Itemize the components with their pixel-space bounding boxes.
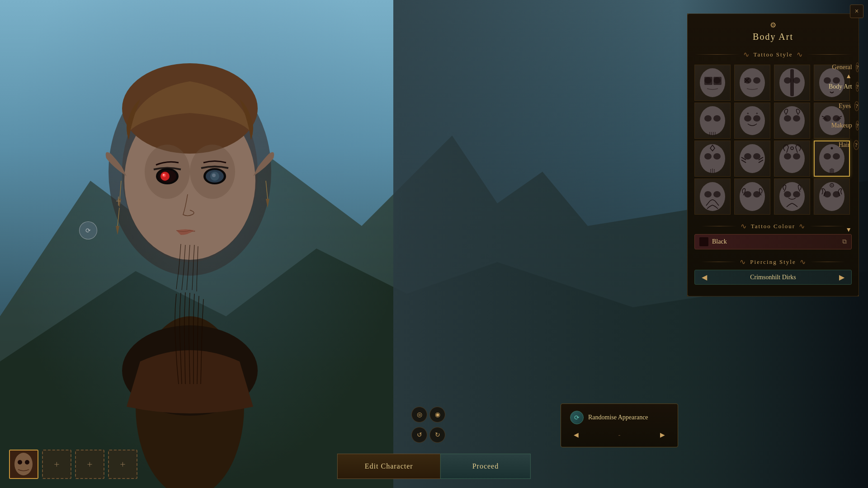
panel-title: Body Art (692, 32, 854, 42)
tattoo-option-7[interactable] (774, 103, 810, 139)
tattoo-colour-section: ∿ Tattoo Colour ∿ Black ⧉ (688, 216, 859, 252)
nav-item-makeup[interactable]: Makeup ? (834, 117, 866, 134)
piercing-selector: ◀ Crimsonhilt Dirks ▶ (694, 270, 852, 285)
general-icon: ? (856, 62, 859, 72)
svg-marker-22 (118, 199, 121, 208)
tattoo-colour-header: ∿ Tattoo Colour ∿ (694, 218, 852, 234)
tattoo-option-2[interactable] (734, 65, 770, 101)
piercing-style-section: ∿ Piercing Style ∿ ◀ Crimsonhilt Dirks ▶ (688, 252, 859, 287)
svg-point-40 (784, 77, 791, 84)
character-area (0, 0, 407, 488)
tattoo-option-14[interactable] (734, 178, 770, 215)
svg-point-98 (740, 182, 765, 211)
svg-point-53 (740, 106, 765, 135)
randomise-left-arrow[interactable]: ◀ (570, 430, 582, 440)
svg-marker-26 (266, 199, 269, 208)
tattoo-option-6[interactable]: ✦ ✦ (734, 103, 770, 139)
nav-label-body-art: Body Art (829, 83, 852, 90)
randomise-button[interactable]: ⟳ Randomise Appearance (570, 411, 669, 424)
nav-item-general[interactable]: General ? (834, 59, 866, 76)
scroll-down-button[interactable]: ▼ (845, 226, 852, 234)
tattoo-option-16[interactable] (814, 178, 850, 215)
nav-item-body-art[interactable]: Body Art ? (834, 78, 866, 95)
svg-text:✦: ✦ (755, 112, 758, 116)
tattoo-option-9[interactable] (694, 141, 731, 177)
svg-point-58 (779, 106, 805, 135)
makeup-icon: ? (856, 121, 859, 131)
piercing-next-button[interactable]: ▶ (837, 273, 847, 282)
tattoo-option-13[interactable] (694, 178, 731, 215)
nav-label-general: General (832, 64, 852, 71)
randomise-dash: - (618, 432, 621, 439)
svg-point-54 (744, 115, 751, 122)
svg-point-48 (713, 115, 721, 122)
panel-icon: ⚙ (692, 21, 854, 29)
character-portrait (0, 0, 407, 488)
right-nav: General ? Body Art ? Eyes ? Makeup ? Hai… (832, 54, 868, 158)
piercing-style-header: ∿ Piercing Style ∿ (694, 254, 852, 270)
camera-btn-1[interactable]: ◎ (411, 407, 427, 422)
piercing-prev-button[interactable]: ◀ (699, 273, 709, 282)
svg-point-20 (212, 174, 216, 177)
svg-point-76 (744, 153, 751, 160)
character-thumb-1[interactable] (9, 450, 38, 479)
camera-rotate-left[interactable]: ↺ (411, 427, 427, 443)
svg-point-69 (704, 153, 712, 160)
svg-point-103 (793, 191, 800, 197)
nav-item-eyes[interactable]: Eyes ? (834, 98, 866, 115)
svg-point-131 (18, 460, 22, 465)
svg-point-70 (713, 153, 721, 160)
bottom-buttons: Edit Character Proceed (337, 454, 531, 479)
edit-character-button[interactable]: Edit Character (337, 454, 440, 479)
svg-point-47 (704, 115, 712, 122)
copy-icon[interactable]: ⧉ (842, 238, 847, 245)
svg-point-55 (753, 115, 760, 122)
colour-value: Black (712, 238, 842, 245)
svg-point-97 (713, 191, 721, 197)
randomise-panel: ⟳ Randomise Appearance ◀ - ▶ (561, 404, 678, 447)
nav-item-hair[interactable]: Hair ? (834, 136, 866, 154)
colour-swatch (699, 237, 708, 246)
svg-point-60 (793, 115, 800, 122)
eyes-icon: ? (854, 101, 859, 111)
character-thumbnails: + + + (9, 450, 137, 479)
tattoo-option-11[interactable] (774, 141, 810, 177)
proceed-button[interactable]: Proceed (440, 454, 531, 479)
add-character-btn-2[interactable]: + (75, 450, 104, 479)
tattoo-style-label: Tattoo Style (754, 51, 793, 58)
svg-point-108 (831, 184, 833, 186)
svg-point-104 (819, 182, 844, 211)
add-character-btn-1[interactable]: + (42, 450, 71, 479)
svg-point-59 (784, 115, 791, 122)
svg-rect-33 (713, 77, 722, 85)
nav-label-makeup: Makeup (831, 122, 852, 129)
svg-rect-32 (704, 77, 712, 85)
svg-point-84 (793, 153, 800, 160)
randomise-controls: ◀ - ▶ (570, 430, 669, 440)
close-button[interactable]: × (850, 5, 863, 18)
camera-btn-2[interactable]: ◉ (429, 407, 445, 422)
svg-point-96 (704, 191, 712, 197)
add-character-btn-3[interactable]: + (108, 450, 137, 479)
tattoo-colour-picker[interactable]: Black ⧉ (694, 234, 852, 249)
randomise-label: Randomise Appearance (588, 414, 648, 421)
tattoo-option-1[interactable] (694, 65, 731, 101)
tattoo-option-3[interactable] (774, 65, 810, 101)
tattoo-option-5[interactable] (694, 103, 731, 139)
tattoo-option-15[interactable] (774, 178, 810, 215)
svg-point-102 (784, 191, 791, 197)
svg-point-36 (753, 77, 760, 84)
svg-line-25 (266, 181, 268, 199)
svg-point-83 (784, 153, 791, 160)
randomise-right-arrow[interactable]: ▶ (656, 430, 669, 440)
orbit-icon[interactable]: ⟳ (79, 221, 97, 239)
svg-point-77 (753, 153, 760, 160)
camera-rotate-right[interactable]: ↻ (429, 427, 445, 443)
randomise-icon: ⟳ (570, 411, 584, 424)
tattoo-option-10[interactable] (734, 141, 770, 177)
panel-header: ⚙ Body Art (688, 14, 859, 47)
body-art-icon: ? (856, 82, 859, 92)
hair-icon: ? (854, 140, 859, 150)
svg-point-132 (25, 460, 29, 465)
svg-point-62 (824, 115, 831, 122)
